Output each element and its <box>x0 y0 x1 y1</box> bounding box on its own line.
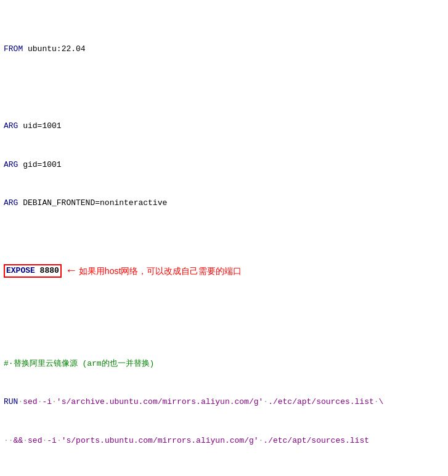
comment-replace: #·替换阿里云镜像源 (arm的也一并替换) <box>4 359 154 368</box>
kw-arg2: ARG <box>4 160 18 169</box>
expose-box: EXPOSE 8880 <box>4 264 62 278</box>
run-sed-cmd: sed·-i·'s/archive.ubuntu.com/mirrors.ali… <box>23 397 383 406</box>
kw-from: FROM <box>4 44 23 54</box>
blank-1 <box>4 82 444 95</box>
annotation-text: 如果用host网络，可以改成自己需要的端口 <box>79 264 242 278</box>
kw-arg3: ARG <box>4 198 18 208</box>
line-expose: EXPOSE 8880 ← 如果用host网络，可以改成自己需要的端口 <box>4 261 444 281</box>
kw-run1: RUN <box>4 397 18 406</box>
line-arg-uid: ARG uid=1001 <box>4 120 444 133</box>
sed2-cmd: ··&&·sed·-i·'s/ports.ubuntu.com/mirrors.… <box>4 436 369 445</box>
line-arg-debian: ARG DEBIAN_FRONTEND=noninteractive <box>4 197 444 210</box>
line-sed2: ··&&·sed·-i·'s/ports.ubuntu.com/mirrors.… <box>4 435 444 448</box>
red-arrow-icon: ← <box>68 261 75 281</box>
kw-expose: EXPOSE <box>6 266 35 275</box>
kw-arg1: ARG <box>4 121 18 131</box>
blank-2 <box>4 319 444 332</box>
line-from: FROM ubuntu:22.04 <box>4 43 444 56</box>
line-comment-replace: #·替换阿里云镜像源 (arm的也一并替换) <box>4 358 444 371</box>
line-run-sed1: RUN·sed·-i·'s/archive.ubuntu.com/mirrors… <box>4 396 444 409</box>
code-container: FROM ubuntu:22.04 ARG uid=1001 ARG gid=1… <box>0 0 448 476</box>
line-arg-gid: ARG gid=1001 <box>4 159 444 172</box>
expose-annotation: ← 如果用host网络，可以改成自己需要的端口 <box>68 261 242 281</box>
